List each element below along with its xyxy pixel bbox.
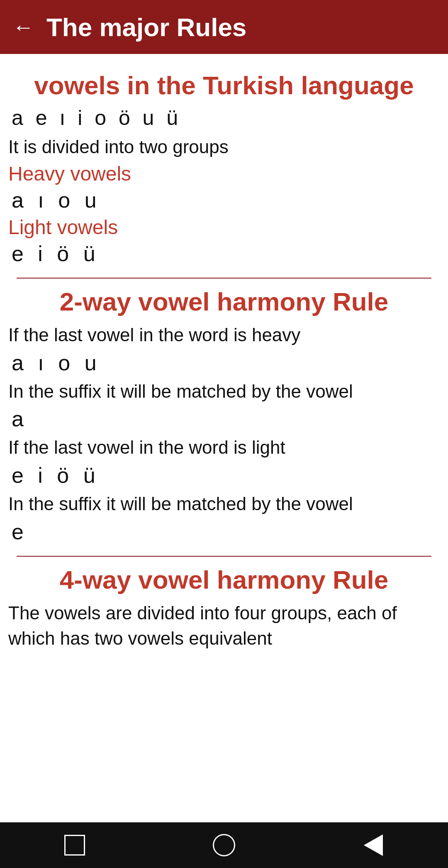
circle-icon [213, 834, 235, 856]
section2-line2: In the suffix it will be matched by the … [8, 379, 440, 404]
bottom-navigation [0, 822, 448, 868]
nav-home-button[interactable] [207, 829, 241, 862]
section2-title: 2-way vowel harmony Rule [8, 287, 440, 316]
section3-line1: The vowels are divided into four groups,… [8, 600, 440, 651]
section2-line1: If the last vowel in the word is heavy [8, 322, 440, 348]
square-icon [64, 835, 85, 856]
section-vowels: vowels in the Turkish language a e ı i o… [8, 71, 440, 266]
section2-light-match: e [8, 519, 440, 544]
divider-1 [17, 278, 431, 279]
intro-text: It is divided into two groups [8, 134, 440, 160]
section2-line3: If the last vowel in the word is light [8, 435, 440, 460]
section3-title: 4-way vowel harmony Rule [8, 565, 440, 594]
section-2way: 2-way vowel harmony Rule If the last vow… [8, 287, 440, 544]
section2-line4: In the suffix it will be matched by the … [8, 491, 440, 517]
heavy-vowels: a ı o u [8, 188, 440, 213]
back-triangle-icon [364, 834, 383, 856]
section-4way: 4-way vowel harmony Rule The vowels are … [8, 565, 440, 651]
section2-light-vowels: e i ö ü [8, 463, 440, 488]
nav-back-button[interactable] [357, 829, 390, 862]
section2-heavy-vowels: a ı o u [8, 350, 440, 375]
light-vowels: e i ö ü [8, 241, 440, 266]
back-button[interactable]: ← [12, 15, 34, 39]
all-vowels: a e ı i o ö u ü [8, 106, 440, 130]
divider-2 [17, 556, 431, 557]
heavy-vowels-label: Heavy vowels [8, 162, 440, 185]
light-vowels-label: Light vowels [8, 216, 440, 239]
page-title: The major Rules [46, 12, 246, 42]
section1-title: vowels in the Turkish language [8, 71, 440, 100]
nav-square-button[interactable] [58, 829, 91, 862]
main-content: vowels in the Turkish language a e ı i o… [0, 54, 448, 822]
app-header: ← The major Rules [0, 0, 448, 54]
section2-heavy-match: a [8, 406, 440, 431]
